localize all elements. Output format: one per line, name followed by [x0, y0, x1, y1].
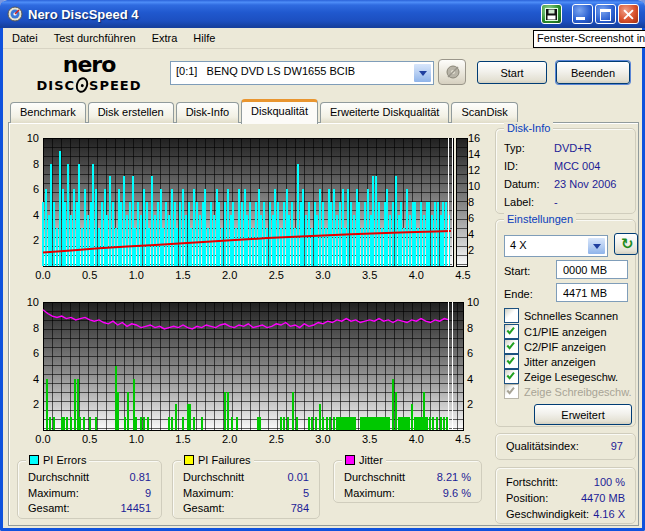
stats-label: Gesamt: [183, 502, 225, 514]
x-axis-tick-label: 1.5 [170, 433, 196, 445]
logo-nero: nero [30, 54, 148, 76]
checkbox-jitter-anzeigen[interactable]: Jitter anzeigen [504, 354, 596, 369]
screenshot-floppy-icon [545, 8, 558, 21]
disk-info-label: Datum: [504, 178, 539, 191]
eject-button[interactable] [438, 59, 466, 85]
y-axis-left-tick-label: 4 [15, 373, 39, 385]
checkbox-c2-pif-anzeigen[interactable]: C2/PIF anzeigen [504, 339, 606, 354]
x-axis-tick-label: 3.0 [310, 433, 336, 445]
y-axis-right-tick-label: 8 [467, 322, 491, 334]
stats-row: Durchschnitt0.81 [28, 471, 151, 484]
menu-item-test-durchf-hren[interactable]: Test durchführen [46, 30, 144, 46]
checkbox-c1-pie-anzeigen[interactable]: C1/PIE anzeigen [504, 324, 607, 339]
x-axis-tick-label: 1.0 [123, 433, 149, 445]
refresh-icon: ↻ [621, 235, 634, 253]
app-window: Nero DiscSpeed 4 DateiTest durchführenEx… [0, 0, 645, 531]
close-button[interactable] [618, 4, 639, 24]
y-axis-right-tick-label: 14 [468, 148, 492, 160]
checkbox-schnelles-scannen[interactable]: Schnelles Scannen [504, 308, 618, 323]
stats-row: Maximum:9 [28, 487, 151, 500]
tab-benchmark[interactable]: Benchmark [10, 102, 86, 123]
tab-diskqualit-t[interactable]: Diskqualität [241, 99, 318, 124]
legend-color-icon [184, 455, 194, 465]
start-field[interactable] [556, 260, 628, 279]
progress-value: 100 % [594, 476, 625, 489]
menu-item-extra[interactable]: Extra [144, 30, 186, 46]
y-axis-left-tick-label: 6 [15, 183, 39, 195]
speed-select[interactable]: 4 X [504, 235, 608, 257]
x-axis-tick-label: 4.5 [450, 269, 476, 281]
stats-label: Maximum: [28, 487, 79, 499]
y-axis-left-tick-label: 2 [15, 398, 39, 410]
checkbox-box[interactable] [504, 369, 519, 384]
minimize-icon [576, 17, 585, 20]
advanced-button[interactable]: Erweitert [534, 404, 632, 425]
y-axis-left-tick-label: 2 [15, 234, 39, 246]
drive-select[interactable]: [0:1] BENQ DVD LS DW1655 BCIB [170, 61, 434, 85]
y-axis-left-tick-label: 8 [15, 158, 39, 170]
checkbox-box[interactable] [504, 339, 519, 354]
checkbox-zeige-lesegeschw[interactable]: Zeige Lesegeschw. [504, 369, 618, 384]
screenshot-button[interactable] [541, 4, 562, 24]
stats-value: 8.21 % [437, 471, 471, 484]
checkbox-box[interactable] [504, 308, 519, 323]
disk-info-group: Disk-Info Typ:DVD+RID:MCC 004Datum:23 No… [495, 128, 636, 214]
x-axis-tick-label: 1.5 [170, 269, 196, 281]
x-axis-tick-label: 2.5 [263, 269, 289, 281]
x-axis-tick-label: 0.0 [30, 269, 56, 281]
legend-color-icon [345, 455, 355, 465]
menu-item-datei[interactable]: Datei [4, 30, 46, 46]
stats-value: 784 [291, 502, 309, 515]
y-axis-left-tick-label: 8 [15, 322, 39, 334]
x-axis-tick-label: 2.0 [217, 433, 243, 445]
quality-value: 97 [611, 440, 623, 453]
close-icon [623, 9, 634, 20]
stats-value: 0.81 [130, 471, 151, 484]
stats-label: Durchschnitt [28, 471, 89, 483]
x-axis-tick-label: 3.5 [357, 433, 383, 445]
tab-disk-erstellen[interactable]: Disk erstellen [88, 102, 174, 123]
disk-info-title: Disk-Info [504, 122, 553, 135]
pi-failures-und-jitter-chart [42, 301, 468, 431]
stats-group-pi-errors: PI ErrorsDurchschnitt0.81Maximum:9Gesamt… [17, 460, 162, 519]
y-axis-right-tick-label: 2 [468, 244, 492, 256]
y-axis-right-tick-label: 16 [468, 132, 492, 144]
y-axis-right-tick-label: 8 [468, 196, 492, 208]
menu-item-hilfe[interactable]: Hilfe [185, 30, 223, 46]
progress-label: Fortschritt: [506, 476, 558, 489]
refresh-button[interactable]: ↻ [614, 233, 638, 255]
chevron-down-icon[interactable] [587, 237, 606, 255]
stats-label: Durchschnitt [183, 471, 244, 483]
checkbox-box[interactable] [504, 354, 519, 369]
quit-button[interactable]: Beenden [556, 61, 630, 84]
checkbox-box[interactable] [504, 324, 519, 339]
end-field[interactable] [556, 283, 628, 302]
stats-label: Maximum: [344, 487, 395, 499]
x-axis-tick-label: 0.0 [30, 433, 56, 445]
eject-icon [445, 64, 461, 80]
minimize-button[interactable] [572, 4, 593, 24]
y-axis-right-tick-label: 10 [468, 180, 492, 192]
progress-value: 4.16 X [593, 508, 625, 521]
pi-errors-und-lesegeschwindigkeit-chart [42, 137, 469, 267]
stats-row: Durchschnitt8.21 % [344, 471, 471, 484]
progress-label: Geschwindigkeit: [506, 508, 589, 521]
x-axis-tick-label: 2.5 [263, 433, 289, 445]
disk-info-value: - [554, 196, 558, 209]
disk-info-value: DVD+R [554, 142, 592, 155]
legend-color-icon [29, 455, 39, 465]
y-axis-left-tick-label: 10 [15, 132, 39, 144]
tab-scandisk[interactable]: ScanDisk [451, 102, 517, 123]
y-axis-right-tick-label: 6 [468, 212, 492, 224]
start-button[interactable]: Start [477, 61, 547, 84]
x-axis-tick-label: 4.0 [403, 433, 429, 445]
tab-erweiterte-diskqualit-t[interactable]: Erweiterte Diskqualität [320, 102, 449, 123]
stats-value: 9 [145, 487, 151, 500]
tab-disk-info[interactable]: Disk-Info [176, 102, 239, 123]
quality-label: Qualitätsindex: [506, 440, 579, 453]
tab-bar: BenchmarkDisk erstellenDisk-InfoDiskqual… [10, 99, 520, 123]
end-field-label: Ende: [504, 288, 533, 301]
chevron-down-icon[interactable] [413, 63, 432, 83]
maximize-button[interactable] [595, 4, 616, 24]
stats-value: 0.01 [288, 471, 309, 484]
